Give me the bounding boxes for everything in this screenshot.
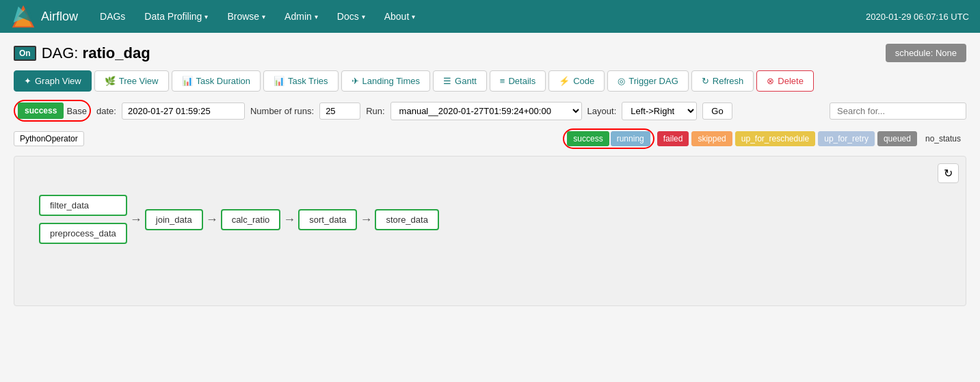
run-label: Run: bbox=[366, 106, 384, 116]
code-icon: ⚡ bbox=[559, 76, 570, 86]
node-group-left: filter_data preprocess_data bbox=[39, 195, 127, 244]
runs-input[interactable] bbox=[319, 103, 360, 120]
landing-times-icon: ✈ bbox=[352, 76, 359, 86]
node-preprocess-data[interactable]: preprocess_data bbox=[39, 223, 127, 244]
graph-area: ↻ filter_data preprocess_data → join_dat… bbox=[14, 156, 966, 306]
task-duration-icon: 📊 bbox=[182, 76, 193, 86]
layout-label: Layout: bbox=[587, 106, 617, 116]
base-label: Base bbox=[66, 106, 87, 116]
tab-trigger-dag[interactable]: ◎ Trigger DAG bbox=[607, 70, 688, 92]
status-running: running bbox=[611, 131, 650, 146]
gantt-icon: ☰ bbox=[443, 76, 451, 86]
tab-task-tries[interactable]: 📊 Task Tries bbox=[263, 70, 339, 92]
arrow-icon: → bbox=[360, 213, 372, 227]
delete-icon: ⊗ bbox=[767, 76, 774, 86]
status-skipped: skipped bbox=[691, 131, 732, 146]
tab-task-duration[interactable]: 📊 Task Duration bbox=[172, 70, 261, 92]
tab-details[interactable]: ≡ Details bbox=[490, 70, 546, 92]
nav-docs[interactable]: Docs ▾ bbox=[329, 7, 373, 26]
dag-title: DAG: ratio_dag bbox=[42, 44, 150, 62]
tab-gantt[interactable]: ☰ Gantt bbox=[433, 70, 487, 92]
python-operator-badge: PythonOperator bbox=[14, 131, 84, 146]
brand-label: Airflow bbox=[41, 10, 78, 24]
go-button[interactable]: Go bbox=[702, 103, 732, 120]
nav-admin[interactable]: Admin ▾ bbox=[276, 7, 326, 26]
chevron-down-icon: ▾ bbox=[315, 13, 318, 21]
legend-row: PythonOperator success running failed sk… bbox=[14, 128, 966, 149]
node-sort-data[interactable]: sort_data bbox=[298, 209, 357, 230]
date-input[interactable] bbox=[122, 103, 245, 120]
tab-graph-view[interactable]: ✦ Graph View bbox=[14, 70, 92, 92]
node-chain: join_data → calc_ratio → sort_data → sto… bbox=[145, 209, 439, 230]
runs-label: Number of runs: bbox=[250, 106, 314, 116]
status-failed: failed bbox=[657, 131, 689, 146]
arrow-icon: → bbox=[283, 213, 295, 227]
dag-header: On DAG: ratio_dag schedule: None bbox=[14, 44, 966, 62]
controls-row: success Base date: Number of runs: Run: … bbox=[14, 100, 966, 122]
status-up-retry: up_for_retry bbox=[818, 131, 875, 146]
trigger-dag-icon: ◎ bbox=[618, 76, 625, 86]
chevron-down-icon: ▾ bbox=[262, 13, 265, 21]
arrow-icon: → bbox=[206, 213, 218, 227]
tab-tree-view[interactable]: 🌿 Tree View bbox=[94, 70, 169, 92]
status-legend: success running failed skipped up_for_re… bbox=[563, 128, 966, 149]
status-up-reschedule: up_for_reschedule bbox=[735, 131, 815, 146]
status-queued: queued bbox=[877, 131, 917, 146]
airflow-logo-icon bbox=[11, 4, 36, 29]
status-no-status: no_status bbox=[920, 132, 966, 146]
layout-select[interactable]: Left->Right bbox=[622, 102, 697, 120]
search-input[interactable] bbox=[830, 103, 966, 120]
dag-nodes: filter_data preprocess_data → join_data … bbox=[25, 167, 955, 258]
chevron-down-icon: ▾ bbox=[204, 13, 208, 21]
date-label: date: bbox=[96, 106, 116, 116]
nav-data-profiling[interactable]: Data Profiling ▾ bbox=[136, 7, 216, 26]
tab-landing-times[interactable]: ✈ Landing Times bbox=[341, 70, 431, 92]
chevron-down-icon: ▾ bbox=[412, 13, 415, 21]
chevron-down-icon: ▾ bbox=[362, 13, 365, 21]
dag-title-row: On DAG: ratio_dag bbox=[14, 44, 150, 62]
navbar: Airflow DAGs Data Profiling ▾ Browse ▾ A… bbox=[0, 0, 980, 33]
tabs-row: ✦ Graph View 🌿 Tree View 📊 Task Duration… bbox=[14, 70, 966, 92]
graph-view-icon: ✦ bbox=[24, 76, 31, 86]
details-icon: ≡ bbox=[500, 76, 505, 86]
tab-refresh[interactable]: ↻ Refresh bbox=[691, 70, 754, 92]
success-base-group: success Base bbox=[14, 100, 91, 122]
status-success: success bbox=[567, 131, 609, 146]
schedule-badge: schedule: None bbox=[886, 44, 966, 62]
nav-about[interactable]: About ▾ bbox=[376, 7, 424, 26]
task-tries-icon: 📊 bbox=[274, 76, 284, 86]
brand: Airflow bbox=[11, 4, 78, 29]
on-badge[interactable]: On bbox=[14, 46, 36, 61]
tab-code[interactable]: ⚡ Code bbox=[548, 70, 605, 92]
node-filter-data[interactable]: filter_data bbox=[39, 195, 127, 216]
tab-delete[interactable]: ⊗ Delete bbox=[756, 70, 814, 92]
node-store-data[interactable]: store_data bbox=[375, 209, 438, 230]
datetime-display: 2020-01-29 06:07:16 UTC bbox=[866, 12, 969, 22]
nav-dags[interactable]: DAGs bbox=[92, 7, 133, 26]
arrow-icon: → bbox=[130, 213, 142, 227]
page-content: On DAG: ratio_dag schedule: None ✦ Graph… bbox=[0, 33, 980, 317]
nav-browse[interactable]: Browse ▾ bbox=[219, 7, 274, 26]
refresh-icon: ↻ bbox=[702, 76, 709, 86]
success-badge[interactable]: success bbox=[18, 103, 64, 119]
node-join-data[interactable]: join_data bbox=[145, 209, 203, 230]
tree-view-icon: 🌿 bbox=[105, 76, 116, 86]
success-running-circle: success running bbox=[563, 128, 654, 149]
run-select[interactable]: manual__2020-01-27T01:59:24+00:00 bbox=[390, 102, 582, 120]
node-calc-ratio[interactable]: calc_ratio bbox=[221, 209, 281, 230]
